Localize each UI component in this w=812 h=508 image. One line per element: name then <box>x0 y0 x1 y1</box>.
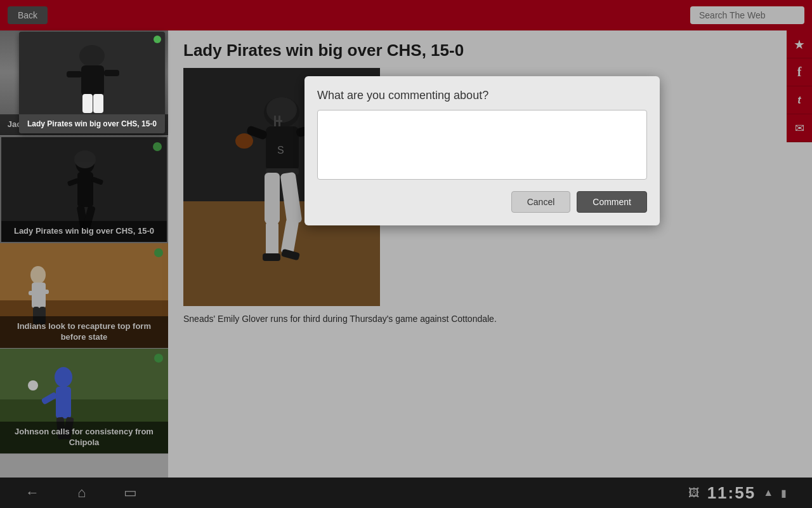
svg-rect-50 <box>82 94 93 113</box>
svg-point-46 <box>79 45 105 67</box>
comment-modal: What are you commenting about? Cancel Co… <box>304 76 660 225</box>
comment-textarea[interactable] <box>317 110 647 180</box>
modal-thumbnail-label: Lady Pirates win big over CHS, 15-0 <box>19 114 165 133</box>
svg-rect-47 <box>81 65 104 96</box>
modal-title: What are you commenting about? <box>317 89 647 102</box>
svg-rect-48 <box>67 71 82 77</box>
comment-button[interactable]: Comment <box>577 191 647 213</box>
svg-rect-49 <box>104 70 119 76</box>
cancel-button[interactable]: Cancel <box>511 191 571 213</box>
modal-overlay: Lady Pirates win big over CHS, 15-0 What… <box>0 0 812 508</box>
modal-actions: Cancel Comment <box>317 191 647 213</box>
svg-rect-51 <box>93 94 103 113</box>
